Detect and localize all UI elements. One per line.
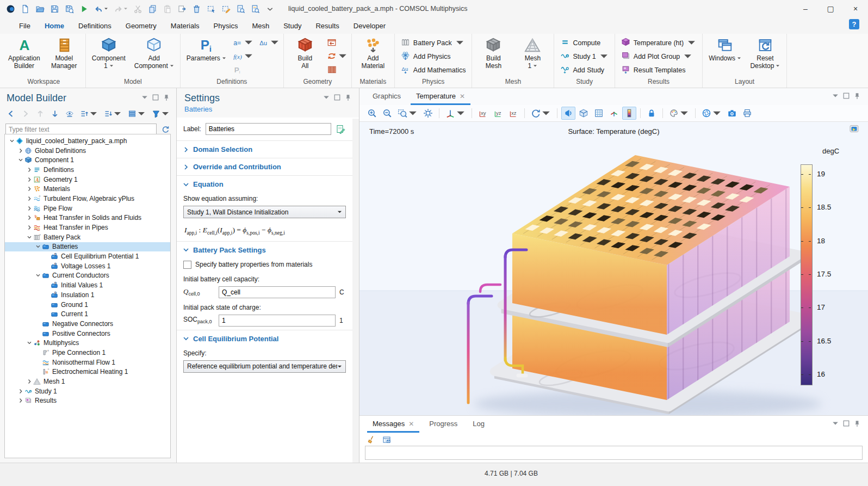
collapse-all-button[interactable] — [79, 108, 99, 119]
new-file-button[interactable] — [19, 3, 32, 15]
view-xz-button[interactable]: xz — [506, 107, 520, 120]
tree-expander-closed[interactable] — [26, 177, 33, 182]
view-axes-toggle[interactable] — [607, 107, 621, 120]
panel-pin-icon[interactable] — [854, 93, 860, 101]
tab-messages[interactable]: Messages✕ — [367, 420, 419, 433]
menu-geometry[interactable]: Geometry — [119, 17, 164, 34]
tree-expander-closed[interactable] — [26, 186, 33, 192]
go-back-button[interactable] — [5, 108, 16, 119]
transparency-toggle[interactable] — [576, 107, 591, 120]
panel-pin-icon[interactable] — [854, 420, 860, 428]
clear-messages-button[interactable] — [366, 434, 377, 445]
save-as-button[interactable] — [63, 3, 76, 15]
rename-icon[interactable] — [336, 124, 346, 134]
tab-temperature[interactable]: Temperature✕ — [411, 92, 470, 105]
initial-soc-input[interactable] — [219, 315, 336, 327]
copy-button[interactable] — [146, 3, 159, 15]
tree-item-study-1[interactable]: Study 1 — [5, 386, 170, 396]
zoom-box-button[interactable] — [395, 107, 420, 120]
tree-item-electrochemical-heating-1[interactable]: ✳Electrochemical Heating 1 — [5, 367, 170, 377]
import-geometry-button[interactable] — [327, 37, 348, 48]
run-button[interactable] — [78, 3, 90, 15]
add-component-button[interactable]: AddComponent — [132, 35, 176, 71]
tree-expander-closed[interactable] — [26, 196, 33, 201]
settings-scrollbar[interactable] — [352, 119, 359, 463]
tree-item-pipe-flow[interactable]: Pipe Flow — [5, 204, 170, 213]
graphics-canvas[interactable]: Time=72000 s Surface: Temperature (degC)… — [359, 122, 868, 416]
panel-float-icon[interactable] — [334, 94, 340, 102]
tree-item-negative-connectors[interactable]: Negative Connectors — [5, 319, 170, 329]
build-all-button[interactable]: BuildAll — [288, 35, 323, 71]
panel-pin-icon[interactable] — [163, 94, 170, 102]
tree-item-ground-1[interactable]: Ground 1 — [5, 300, 170, 310]
section-battery-pack-settings[interactable]: Battery Pack Settings — [183, 242, 346, 259]
menu-physics[interactable]: Physics — [207, 17, 245, 34]
go-to-view-button[interactable] — [443, 107, 468, 120]
tree-item-nonisothermal-flow-1[interactable]: Nonisothermal Flow 1 — [5, 358, 170, 367]
minimize-button[interactable]: – — [793, 0, 818, 17]
tree-item-liquid-cooled-battery-pack-a-mph[interactable]: liquid_cooled_battery_pack_a.mph — [5, 136, 170, 146]
refresh-icon[interactable] — [160, 124, 171, 135]
tree-item-definitions[interactable]: Definitions — [5, 165, 170, 175]
menu-definitions[interactable]: Definitions — [71, 17, 119, 34]
panel-menu-icon[interactable] — [832, 420, 839, 428]
tree-item-insulation-1[interactable]: DInsulation 1 — [5, 290, 170, 300]
section-cell-equilibrium[interactable]: Cell Equilibrium Potential — [183, 330, 346, 347]
variables-button[interactable]: a= — [233, 37, 253, 48]
initial-capacity-input[interactable] — [219, 286, 336, 298]
zoom-in-button[interactable] — [365, 107, 379, 120]
close-button[interactable]: × — [843, 0, 868, 17]
tree-item-heat-transfer-in-pipes[interactable]: Heat Transfer in Pipes — [5, 223, 170, 232]
component-1-button[interactable]: Component1 — [90, 35, 128, 71]
menu-materials[interactable]: Materials — [164, 17, 207, 34]
panel-menu-icon[interactable] — [832, 93, 839, 101]
windows-button[interactable]: Windows — [706, 35, 743, 63]
rotate-view-button[interactable] — [529, 107, 553, 120]
scene-light-toggle[interactable] — [561, 107, 575, 120]
close-tab-icon[interactable]: ✕ — [460, 93, 465, 100]
tree-item-current-conductors[interactable]: Current Conductors — [5, 271, 170, 281]
menu-results[interactable]: Results — [308, 17, 346, 34]
specify-properties-checkbox[interactable] — [183, 261, 191, 269]
tree-item-pipe-connection-1[interactable]: ✳Pipe Connection 1 — [5, 348, 170, 358]
tree-item-battery-pack[interactable]: ✳Battery Pack — [5, 232, 170, 242]
message-options-button[interactable] — [381, 434, 392, 445]
tree-expander-closed[interactable] — [17, 389, 24, 394]
temperature-ht-button[interactable]: Temperature (ht) — [619, 36, 698, 50]
select-box-button[interactable] — [205, 3, 218, 15]
filter-button[interactable] — [151, 108, 171, 119]
show-button[interactable] — [64, 108, 75, 119]
snapshot-button[interactable] — [725, 107, 739, 120]
tree-expander-closed[interactable] — [26, 206, 33, 211]
environment-button[interactable] — [699, 107, 724, 120]
view-yz-button[interactable]: yz — [491, 107, 505, 120]
menu-home[interactable]: Home — [38, 16, 71, 35]
messages-output[interactable] — [365, 446, 863, 460]
undo-button[interactable] — [92, 3, 110, 15]
add-study-button[interactable]: Add Study — [558, 63, 610, 77]
delete-button[interactable] — [190, 3, 203, 15]
duplicate-button[interactable] — [176, 3, 188, 15]
add-physics-button[interactable]: Add Physics — [399, 50, 468, 63]
panel-float-icon[interactable] — [843, 93, 850, 101]
tree-item-materials[interactable]: Materials — [5, 184, 170, 194]
lock-view-button[interactable] — [644, 107, 659, 120]
add-material-button[interactable]: AddMaterial — [356, 35, 390, 71]
virtual-operations-button[interactable] — [327, 64, 348, 75]
search-model-button[interactable] — [249, 3, 262, 15]
tree-expander-open[interactable] — [34, 244, 41, 249]
parameter-case-button[interactable]: Pi — [233, 64, 253, 75]
panel-menu-icon[interactable] — [323, 94, 330, 102]
plot-while-solving-icon[interactable] — [850, 125, 859, 135]
zoom-out-button[interactable] — [380, 107, 394, 120]
help-button[interactable]: ? — [849, 19, 859, 29]
tree-item-geometry-1[interactable]: AGeometry 1 — [5, 175, 170, 184]
save-button[interactable] — [48, 3, 61, 15]
redo-button[interactable] — [112, 3, 129, 15]
move-down-button[interactable] — [49, 108, 60, 119]
go-forward-button[interactable] — [20, 108, 31, 119]
move-up-button[interactable] — [35, 108, 46, 119]
menu-study[interactable]: Study — [276, 17, 308, 34]
zoom-extents-button[interactable] — [421, 107, 435, 120]
tree-item-results[interactable]: Results — [5, 396, 170, 406]
